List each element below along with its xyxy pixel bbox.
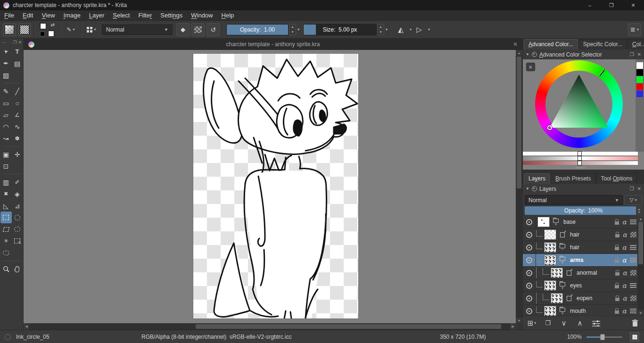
canvas-viewport[interactable]: ▲ ▼ ◀ ▶ — [24, 50, 522, 330]
measure-tool[interactable]: ◺ — [0, 200, 12, 212]
layer-row-base[interactable]: ∨baseα — [523, 216, 644, 229]
menu-help[interactable]: Help — [217, 10, 239, 20]
layer-visibility-toggle[interactable] — [523, 305, 536, 316]
inherit-alpha-stripes-icon[interactable] — [630, 309, 636, 314]
size-slider[interactable]: Size: 5.00 px — [303, 24, 377, 35]
advanced-color-selector-header[interactable]: ▼ Advanced Color Selector ❐ ✕ — [523, 49, 644, 59]
close-dock-icon[interactable]: ✕ — [637, 52, 641, 57]
size-spinner[interactable]: ▲▼ — [377, 24, 384, 35]
history-color-swatch[interactable] — [636, 83, 643, 90]
selector-settings-button[interactable]: ≡ — [526, 63, 535, 71]
crop-tool[interactable]: ⊡ — [0, 160, 12, 172]
show-brush-presets-button[interactable]: ≣▾ — [628, 23, 641, 36]
canvas[interactable] — [193, 54, 358, 318]
float-dock-icon[interactable]: ❐ — [630, 186, 634, 191]
tab-advanced-color[interactable]: Advanced Color... — [524, 39, 578, 49]
layer-thumbnail[interactable] — [544, 229, 556, 240]
tab-layers[interactable]: Layers — [524, 173, 550, 184]
advanced-color-selector[interactable]: ≡ •••••• — [523, 59, 644, 170]
foreground-background-colors[interactable]: ⇄ — [40, 23, 56, 37]
layer-thumbnail[interactable] — [544, 280, 556, 291]
layer-row-eopen[interactable]: eopenα — [523, 292, 644, 305]
scroll-down-icon[interactable]: ▼ — [516, 318, 522, 323]
tab-tool-options[interactable]: Tool Options — [596, 173, 637, 184]
menu-edit[interactable]: Edit — [18, 10, 37, 20]
layer-row-arms[interactable]: ∨armsα — [523, 254, 644, 267]
vertical-scroll-thumb[interactable] — [517, 57, 521, 188]
inherit-alpha-stripes-icon[interactable] — [630, 245, 636, 250]
layer-list-scrollbar[interactable]: ▲ ▼ — [637, 216, 644, 316]
text-tool[interactable]: T — [12, 46, 23, 57]
line-tool[interactable]: ╱ — [12, 85, 23, 97]
resize-handle-dots[interactable]: •••••• — [523, 166, 638, 169]
polygon-tool[interactable]: ▱ — [0, 109, 12, 121]
layer-thumbnail[interactable] — [551, 268, 563, 278]
strip-handle[interactable] — [578, 151, 582, 156]
scroll-up-icon[interactable]: ▲ — [637, 216, 644, 221]
restore-button[interactable]: ❐ — [601, 0, 622, 10]
magnetic-selection-tool[interactable] — [0, 247, 12, 259]
reset-colors-icon[interactable] — [40, 32, 45, 36]
expand-open-icon[interactable]: ∨ — [561, 261, 563, 263]
paint-layer-icon[interactable] — [558, 232, 567, 237]
close-dock-icon[interactable]: ✕ — [637, 186, 641, 191]
opacity-slider[interactable]: Opacity: 1.00 — [226, 24, 289, 35]
layer-thumbnail[interactable] — [551, 293, 563, 303]
horizontal-scroll-thumb[interactable] — [196, 324, 501, 329]
multibrush-tool[interactable]: ✽ — [12, 132, 23, 144]
expand-open-icon[interactable]: ∨ — [561, 286, 563, 289]
zoom-slider-thumb[interactable] — [600, 334, 605, 340]
paint-layer-icon[interactable] — [564, 270, 574, 276]
rectangular-selection-tool[interactable] — [0, 212, 12, 223]
scroll-left-icon[interactable]: ◀ — [24, 323, 29, 330]
scroll-right-icon[interactable]: ▶ — [510, 323, 516, 330]
strip-handle[interactable] — [578, 156, 582, 161]
layer-row-hair[interactable]: hairα — [523, 229, 644, 241]
expand-open-icon[interactable]: ∨ — [554, 223, 557, 225]
color-marker[interactable] — [547, 125, 552, 130]
inherit-alpha-stripes-icon[interactable] — [630, 220, 636, 225]
foreground-color-swatch[interactable] — [40, 23, 46, 29]
layer-visibility-toggle[interactable] — [523, 267, 536, 279]
inherit-alpha-stripes-icon[interactable] — [630, 258, 636, 263]
mirror-horizontal-button[interactable]: ◭ — [394, 23, 407, 36]
preserve-alpha-button[interactable] — [191, 23, 205, 36]
layer-visibility-toggle[interactable] — [523, 216, 536, 228]
history-color-swatch[interactable] — [636, 76, 643, 83]
background-color-swatch[interactable] — [48, 31, 54, 37]
layer-visibility-toggle[interactable] — [523, 279, 536, 292]
smart-patch-tool[interactable]: ✖ — [0, 188, 12, 200]
spin-down-icon[interactable]: ▼ — [289, 30, 296, 35]
layer-properties-button[interactable] — [590, 318, 602, 329]
calligraphy-tool[interactable]: ✒ — [0, 57, 12, 69]
gradient-chooser-button[interactable] — [3, 23, 16, 36]
gradient-tool[interactable]: ▥ — [0, 176, 12, 188]
scroll-down-icon[interactable]: ▼ — [637, 310, 644, 316]
ellipse-tool[interactable]: ○ — [12, 97, 23, 109]
chevron-down-icon[interactable]: ▾ — [428, 27, 430, 32]
duplicate-layer-button[interactable]: ❐ — [542, 318, 554, 329]
collapse-icon[interactable]: ▼ — [526, 187, 529, 191]
shade-strip[interactable] — [523, 156, 638, 160]
history-color-swatch[interactable] — [636, 62, 643, 69]
enclose-fill-tool[interactable] — [12, 235, 23, 247]
move-layer-down-button[interactable]: ∨ — [558, 318, 570, 329]
alpha-lock-icon[interactable]: α — [622, 256, 627, 264]
layer-visibility-toggle[interactable] — [523, 254, 536, 266]
spin-down-icon[interactable]: ▼ — [378, 30, 384, 35]
spin-up-icon[interactable]: ▲ — [378, 24, 384, 30]
layer-row-eyes[interactable]: ∨eyesα — [523, 279, 644, 292]
elliptical-selection-tool[interactable] — [12, 212, 23, 223]
fill-tool[interactable]: ◈ — [12, 188, 23, 200]
group-layer-icon[interactable]: › — [558, 244, 567, 251]
zoom-slider[interactable] — [586, 336, 622, 338]
rectangle-tool[interactable]: ▭ — [0, 97, 12, 109]
chevron-down-icon[interactable]: ▾ — [410, 27, 412, 32]
float-dock-icon[interactable]: ❐ — [630, 52, 634, 57]
transform-tool[interactable]: ▣ — [0, 148, 12, 160]
eraser-mode-button[interactable]: ◆ — [176, 23, 190, 36]
canvas-vertical-scrollbar[interactable]: ▲ ▼ — [516, 50, 522, 323]
delete-layer-button[interactable] — [629, 318, 641, 329]
polygonal-selection-tool[interactable] — [0, 223, 12, 235]
freehand-path-tool[interactable]: ∿ — [12, 121, 23, 132]
